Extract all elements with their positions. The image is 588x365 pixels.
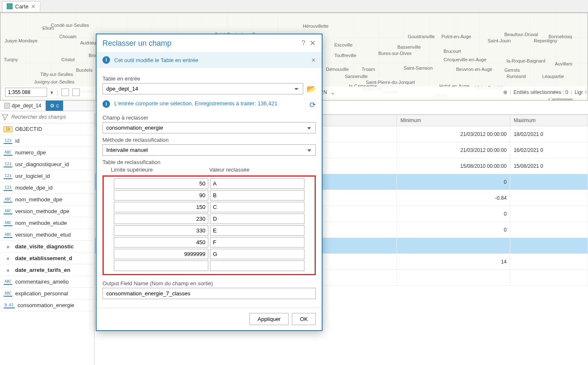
extra-text: Ligr xyxy=(575,89,583,95)
reclass-upper-input[interactable] xyxy=(114,249,208,259)
tab-carte[interactable]: Carte ✕ xyxy=(2,1,40,11)
close-icon[interactable]: ✕ xyxy=(31,3,36,10)
field-row[interactable]: 123usr_logiciel_id xyxy=(0,170,94,182)
reclass-upper-input[interactable] xyxy=(114,261,208,271)
ok-button[interactable]: OK xyxy=(292,313,316,325)
map-place-label: Condé-sur-Seulles xyxy=(51,23,89,28)
field-row[interactable]: ABCnumero_dpe xyxy=(0,147,94,159)
reclass-upper-input[interactable] xyxy=(114,214,208,224)
help-icon[interactable]: ? xyxy=(302,39,305,47)
refresh-icon[interactable]: ⟳ xyxy=(310,100,316,110)
field-row[interactable]: ABCnom_methode_dpe xyxy=(0,194,94,206)
field-row[interactable]: ABCexplication_personnal xyxy=(0,288,94,300)
reclass-value-input[interactable] xyxy=(210,202,304,212)
dialog-titlebar: Reclasser un champ ? ✕ xyxy=(97,34,322,52)
chevron-down-icon[interactable]: ⌄ xyxy=(331,89,335,96)
selection-info: i L'entrée comporte une sélection. Enreg… xyxy=(102,99,316,111)
reclass-row xyxy=(105,214,313,224)
field-row[interactable]: ▦date_etablissement_d xyxy=(0,253,94,264)
stats-column-header[interactable]: Maximum xyxy=(510,115,588,126)
input-output-field[interactable] xyxy=(102,288,316,299)
map-place-label: Hérouvillette xyxy=(303,23,328,29)
field-name: date_visite_diagnostic xyxy=(15,243,74,250)
fp-tab-other[interactable]: ⚙ c xyxy=(46,101,63,111)
field-search-row xyxy=(0,111,94,123)
field-row[interactable]: ABCnom_methode_etude xyxy=(0,217,94,229)
reclass-row xyxy=(105,261,313,271)
field-name: version_methode_dpe xyxy=(15,208,69,214)
field-row[interactable]: 123usr_diagnostiqueur_id xyxy=(0,159,94,170)
input-methode[interactable]: Intervalle manuel xyxy=(102,144,316,156)
reclass-upper-input[interactable] xyxy=(114,225,208,236)
cell-min: 21/03/2012 00:00:00 xyxy=(397,142,510,158)
fp-tab-table[interactable]: dpe_dept_14 xyxy=(0,101,46,111)
close-icon[interactable]: ✕ xyxy=(310,39,316,48)
close-icon[interactable]: ✕ xyxy=(311,57,316,63)
cell-max xyxy=(510,254,588,270)
reclass-upper-input[interactable] xyxy=(114,190,208,201)
reclass-value-input[interactable] xyxy=(210,190,304,201)
field-row[interactable]: ▦date_visite_diagnostic xyxy=(0,241,94,253)
map-place-label: Bassenville xyxy=(397,44,421,50)
tool-icon-2[interactable] xyxy=(72,89,80,96)
selected-count: Entités sélectionnées : 0 xyxy=(514,89,568,95)
field-row[interactable]: ▦date_arrete_tarifs_en xyxy=(0,264,94,276)
reclass-upper-input[interactable] xyxy=(114,237,208,248)
fp-tab-label: dpe_dept_14 xyxy=(12,103,41,109)
map-place-label: Sannerville xyxy=(345,74,368,79)
field-type-badge: ▦ xyxy=(3,256,13,261)
cell-max xyxy=(510,222,588,238)
field-type-badge: ABC xyxy=(3,209,13,214)
map-place-label: Gerrots xyxy=(504,68,520,73)
reclass-upper-input[interactable] xyxy=(114,202,208,212)
app-root: Carte ✕ Juaye-MondayeChouainAudrieuCondé… xyxy=(0,0,588,365)
tool-icon-1[interactable] xyxy=(61,89,69,96)
field-row[interactable]: ABCcommentaires_amelio xyxy=(0,276,94,288)
reclass-row xyxy=(105,202,313,212)
reclass-upper-input[interactable] xyxy=(114,178,208,189)
folder-icon[interactable]: 📂 xyxy=(307,84,316,94)
field-search-input[interactable] xyxy=(10,113,92,121)
reclass-value-input[interactable] xyxy=(210,237,304,248)
field-type-badge: ABC xyxy=(3,232,13,238)
field-name: id xyxy=(15,138,19,144)
reclass-row xyxy=(105,225,313,236)
field-name: version_methode_etud xyxy=(15,232,71,238)
field-row[interactable]: 123id xyxy=(0,135,94,147)
field-name: consommation_energie xyxy=(18,302,74,308)
cell-max xyxy=(510,174,588,190)
map-place-label: Bonnebosq xyxy=(549,34,572,39)
stats-column-header[interactable]: Minimum xyxy=(397,115,510,126)
field-type-badge: ABC xyxy=(3,220,13,226)
cell-max xyxy=(510,270,588,286)
field-type-badge: 123 xyxy=(3,162,13,167)
field-row[interactable]: 0.01consommation_energie xyxy=(0,300,94,311)
cell-min: 15/08/2010 00:00:00 xyxy=(397,158,510,174)
header-value: Valeur reclassée xyxy=(209,167,307,173)
field-list: IDOBJECTID123idABCnumero_dpe123usr_diagn… xyxy=(0,123,94,365)
input-table[interactable]: dpe_dept_14 xyxy=(102,83,303,94)
field-row[interactable]: IDOBJECTID xyxy=(0,123,94,135)
cell-min: 14 xyxy=(397,254,510,270)
field-type-badge: 0.01 xyxy=(3,302,15,308)
reclass-value-input[interactable] xyxy=(210,249,304,259)
reclass-dialog: Reclasser un champ ? ✕ i Cet outil modif… xyxy=(96,34,323,331)
target-icon[interactable]: ⊕ xyxy=(503,89,507,95)
filter-icon[interactable] xyxy=(2,114,8,120)
scale-input[interactable] xyxy=(5,88,47,97)
reclass-value-input[interactable] xyxy=(210,214,304,224)
apply-button[interactable]: Appliquer xyxy=(249,313,289,325)
reclass-value-input[interactable] xyxy=(210,178,304,189)
reclass-value-input[interactable] xyxy=(210,261,304,271)
field-row[interactable]: ABCversion_methode_dpe xyxy=(0,206,94,217)
field-row[interactable]: ABCversion_methode_etud xyxy=(0,229,94,241)
map-place-label: Rumesnil xyxy=(507,74,526,79)
field-row[interactable]: 123modele_dpe_id xyxy=(0,182,94,194)
field-type-badge: ABC xyxy=(3,197,13,203)
selection-msg: L'entrée comporte une sélection. Enregis… xyxy=(114,100,305,107)
chevron-down-icon[interactable]: ▾ xyxy=(50,89,53,96)
input-champ[interactable]: consommation_energie xyxy=(102,122,316,133)
reclass-value-input[interactable] xyxy=(210,225,304,236)
map-icon xyxy=(7,3,13,9)
field-type-badge: 123 xyxy=(3,138,13,144)
